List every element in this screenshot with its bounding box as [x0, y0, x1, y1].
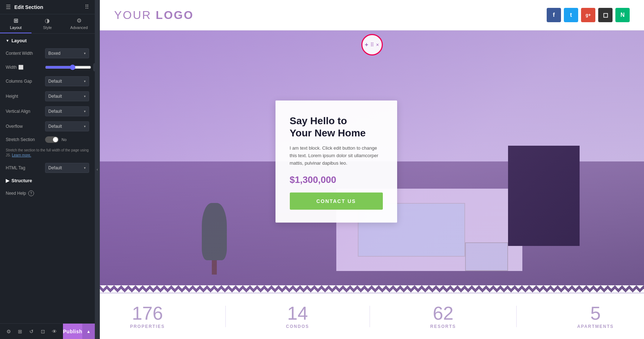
stat-resorts: 62 RESORTS	[430, 304, 456, 329]
newsletter-button[interactable]: N	[615, 8, 630, 22]
tab-layout[interactable]: ⊞ Layout	[0, 14, 31, 33]
width-label: Width ⬜	[6, 65, 45, 70]
html-tag-label: HTML Tag	[6, 165, 45, 170]
stretch-toggle-label: No	[62, 137, 67, 142]
tab-style[interactable]: ◑ Style	[31, 14, 63, 33]
google-plus-button[interactable]: g+	[581, 8, 595, 22]
tab-style-label: Style	[43, 25, 52, 30]
columns-gap-control: Default No Gap Narrow Extended Wide Wide…	[45, 76, 89, 86]
site-header: YOUR LOGO f t g+ ◻ N	[100, 0, 644, 30]
layout-section-header[interactable]: ▼ Layout	[6, 38, 89, 43]
card-price: $1,300,000	[290, 174, 383, 185]
twitter-button[interactable]: t	[564, 8, 578, 22]
responsive-footer-icon[interactable]: ⊡	[37, 324, 49, 339]
layers-footer-icon[interactable]: ⊞	[14, 324, 26, 339]
height-row: Height Default Fit to Screen Min Height	[6, 91, 89, 101]
grid-icon[interactable]: ⠿	[85, 4, 89, 10]
panel-header: ☰ Edit Section ⠿	[0, 0, 95, 14]
stats-section: 176 PROPERTIES 14 CONDOS 62 RESORTS 5 AP…	[100, 292, 644, 339]
layout-collapse-arrow: ▼	[6, 39, 9, 43]
social-icons: f t g+ ◻ N	[547, 8, 630, 22]
instagram-button[interactable]: ◻	[598, 8, 613, 22]
contact-us-button[interactable]: CONTACT US	[290, 192, 383, 209]
add-section-icon: +	[365, 42, 368, 48]
panel-content: ▼ Layout Content Width Boxed Full Width …	[0, 34, 95, 323]
structure-label: Structure	[11, 178, 32, 183]
logo-text: YOUR LOGO	[114, 9, 194, 21]
stat-condos-number: 14	[287, 304, 308, 323]
html-tag-select[interactable]: Default header main footer section artic…	[45, 163, 89, 173]
overflow-select[interactable]: Default Hidden	[45, 121, 89, 131]
toggle-knob	[53, 137, 58, 142]
need-help[interactable]: Need Help ?	[6, 190, 89, 196]
stat-apartments-label: APARTMENTS	[577, 324, 614, 329]
left-panel: ☰ Edit Section ⠿ ⊞ Layout ◑ Style ⚙ Adva…	[0, 0, 95, 339]
structure-section-header[interactable]: ▶ Structure	[6, 178, 89, 183]
stat-resorts-number: 62	[433, 304, 454, 323]
stat-properties-number: 176	[132, 304, 163, 323]
width-row: Width ⬜	[6, 63, 89, 71]
html-tag-row: HTML Tag Default header main footer sect…	[6, 163, 89, 173]
history-footer-icon[interactable]: ↺	[26, 324, 37, 339]
stretch-note: Stretch the section to the full width of…	[6, 148, 89, 158]
stat-apartments: 5 APARTMENTS	[577, 304, 614, 329]
card-body-text: I am text block. Click edit button to ch…	[290, 145, 383, 167]
footer-icons: ⚙ ⊞ ↺ ⊡ 👁	[0, 324, 63, 339]
logo: YOUR LOGO	[114, 9, 194, 22]
panel-collapse-button[interactable]: ‹	[95, 0, 100, 339]
panel-tabs: ⊞ Layout ◑ Style ⚙ Advanced	[0, 14, 95, 34]
hamburger-icon[interactable]: ☰	[6, 4, 11, 10]
stat-divider-2	[370, 306, 370, 327]
stat-divider-1	[225, 306, 226, 327]
width-control	[45, 63, 95, 71]
stretch-toggle[interactable]	[45, 136, 59, 143]
vertical-align-select[interactable]: Default Top Middle Bottom	[45, 106, 89, 116]
hero-zigzag-border	[100, 285, 644, 292]
stat-properties: 176 PROPERTIES	[130, 304, 165, 329]
panel-title: Edit Section	[14, 4, 43, 10]
width-slider[interactable]	[45, 64, 91, 70]
need-help-label: Need Help	[6, 191, 26, 196]
height-label: Height	[6, 94, 45, 99]
preview-footer-icon[interactable]: 👁	[49, 324, 60, 339]
stat-apartments-number: 5	[590, 304, 601, 323]
tab-layout-label: Layout	[10, 25, 22, 30]
overflow-control: Default Hidden	[45, 121, 89, 131]
vertical-align-label: Vertical Align	[6, 109, 45, 114]
height-select[interactable]: Default Fit to Screen Min Height	[45, 91, 89, 101]
stretch-section-label: Stretch Section	[6, 137, 45, 142]
section-control[interactable]: + ⠿ ×	[361, 34, 383, 55]
monitor-icon: ⬜	[18, 65, 24, 70]
content-width-row: Content Width Boxed Full Width	[6, 48, 89, 58]
html-tag-control: Default header main footer section artic…	[45, 163, 89, 173]
publish-expand-button[interactable]: ▲	[82, 324, 95, 339]
stretch-toggle-wrap: No	[45, 136, 67, 143]
section-control-inner: + ⠿ ×	[365, 42, 379, 48]
help-icon: ?	[28, 190, 34, 196]
publish-button[interactable]: Publish	[63, 324, 82, 339]
close-section-icon: ×	[376, 42, 379, 48]
vertical-align-control: Default Top Middle Bottom	[45, 106, 89, 116]
content-width-label: Content Width	[6, 51, 45, 56]
width-number-input[interactable]	[93, 63, 95, 71]
stat-condos: 14 CONDOS	[286, 304, 309, 329]
structure-arrow: ▶	[6, 178, 9, 183]
stat-condos-label: CONDOS	[286, 324, 309, 329]
tab-advanced[interactable]: ⚙ Advanced	[63, 14, 95, 33]
height-control: Default Fit to Screen Min Height	[45, 91, 89, 101]
advanced-icon: ⚙	[77, 17, 82, 24]
style-icon: ◑	[45, 17, 50, 24]
columns-gap-select[interactable]: Default No Gap Narrow Extended Wide Wide…	[45, 76, 89, 86]
panel-footer: ⚙ ⊞ ↺ ⊡ 👁 Publish ▲	[0, 323, 95, 339]
content-card: Say Hello to Your New Home I am text blo…	[275, 101, 397, 223]
settings-footer-icon[interactable]: ⚙	[3, 324, 14, 339]
stretch-section-control: No	[45, 136, 89, 143]
hero-section: + ⠿ × Say Hello to Your New Home I am te…	[100, 30, 644, 292]
content-width-select[interactable]: Boxed Full Width	[45, 48, 89, 58]
facebook-button[interactable]: f	[547, 8, 561, 22]
layout-icon: ⊞	[14, 17, 18, 24]
learn-more-link[interactable]: Learn more.	[12, 153, 31, 157]
stat-divider-3	[516, 306, 517, 327]
overflow-label: Overflow	[6, 124, 45, 129]
width-slider-wrap	[45, 63, 95, 71]
